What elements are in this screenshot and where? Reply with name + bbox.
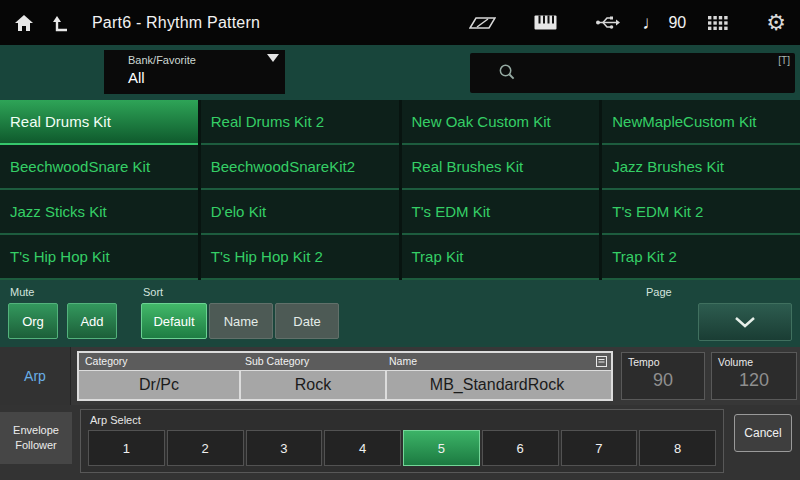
subcategory-header: Sub Category — [239, 353, 383, 370]
arp-select-panel: Arp Select 1 2 3 4 5 6 7 8 — [80, 409, 724, 473]
category-value[interactable]: Dr/Pc — [79, 371, 239, 399]
arp-select-label: Arp Select — [90, 414, 716, 426]
mute-label: Mute — [10, 286, 117, 298]
subcategory-value[interactable]: Rock — [241, 371, 385, 399]
arp-volume-value: 120 — [712, 370, 796, 391]
gear-icon[interactable]: ⚙ — [766, 12, 786, 34]
cancel-button[interactable]: Cancel — [734, 414, 792, 452]
control-bar: Mute Org Add Sort Default Name Date Page — [0, 280, 800, 347]
kit-item[interactable]: Jazz Brushes Kit — [602, 145, 800, 190]
bank-favorite-label: Bank/Favorite — [128, 54, 275, 66]
mute-group: Mute Org Add — [8, 286, 117, 339]
kit-item[interactable]: Trap Kit — [402, 235, 600, 280]
arp-table: Category Sub Category Name Dr/Pc Rock MB… — [77, 351, 613, 401]
dropdown-caret-icon — [267, 54, 279, 62]
kit-item[interactable]: BeechwoodSnareKit2 — [201, 145, 399, 190]
kit-item[interactable]: New Oak Custom Kit — [402, 100, 600, 145]
arp-select-6[interactable]: 6 — [482, 430, 559, 466]
mute-org-button[interactable]: Org — [8, 303, 58, 339]
sort-label: Sort — [143, 286, 339, 298]
arp-select-8[interactable]: 8 — [639, 430, 716, 466]
arp-select-7[interactable]: 7 — [561, 430, 638, 466]
arp-select-3[interactable]: 3 — [246, 430, 323, 466]
kit-item[interactable]: T's Hip Hop Kit — [0, 235, 198, 280]
search-input[interactable] — [525, 64, 769, 82]
page-title: Part6 - Rhythm Pattern — [92, 14, 260, 32]
arp-table-header: Category Sub Category Name — [79, 353, 611, 370]
arp-select-5[interactable]: 5 — [403, 430, 480, 466]
arp-tempo-label: Tempo — [622, 353, 704, 368]
chevron-down-icon — [734, 316, 756, 328]
envelope-follower-line2: Follower — [15, 438, 57, 453]
motion-seq-icon — [469, 15, 496, 31]
sort-name-button[interactable]: Name — [209, 303, 273, 339]
quarter-note-icon: ♩ — [642, 13, 661, 32]
page-down-button[interactable] — [698, 303, 792, 341]
bottom-bar: Envelope Follower Arp Select 1 2 3 4 5 6… — [0, 405, 800, 480]
arp-row: Arp Category Sub Category Name Dr/Pc Roc… — [0, 347, 800, 405]
home-icon[interactable] — [14, 13, 34, 33]
search-box[interactable]: [T] — [470, 53, 795, 93]
sort-date-button[interactable]: Date — [275, 303, 339, 339]
category-header: Category — [79, 353, 239, 370]
kit-item[interactable]: Trap Kit 2 — [602, 235, 800, 280]
page-label: Page — [646, 286, 792, 298]
quick-setup-grid-icon[interactable] — [708, 16, 728, 30]
usb-icon — [595, 15, 620, 30]
sort-default-button[interactable]: Default — [141, 303, 207, 339]
tempo-value: 90 — [668, 14, 686, 32]
top-bar: Part6 - Rhythm Pattern ♩ 90 — [0, 0, 800, 45]
arp-select-4[interactable]: 4 — [324, 430, 401, 466]
bank-favorite-select[interactable]: Bank/Favorite All — [104, 50, 285, 94]
text-entry-badge[interactable]: [T] — [778, 55, 790, 66]
bank-favorite-value: All — [128, 69, 275, 86]
kit-item[interactable]: T's EDM Kit — [402, 190, 600, 235]
search-icon — [498, 63, 515, 84]
arp-volume-field[interactable]: Volume 120 — [711, 352, 797, 400]
arp-select-2[interactable]: 2 — [167, 430, 244, 466]
kit-item[interactable]: BeechwoodSnare Kit — [0, 145, 198, 190]
kit-item[interactable]: Real Brushes Kit — [402, 145, 600, 190]
arp-table-values: Dr/Pc Rock MB_StandardRock — [79, 371, 611, 399]
tab-arp[interactable]: Arp — [0, 347, 71, 405]
kit-item[interactable]: Real Drums Kit 2 — [201, 100, 399, 145]
kit-item[interactable]: T's EDM Kit 2 — [602, 190, 800, 235]
name-header-label: Name — [389, 353, 417, 370]
topbar-status-icons: ♩ 90 ⚙ — [469, 12, 786, 34]
kit-item[interactable]: D'elo Kit — [201, 190, 399, 235]
mute-add-button[interactable]: Add — [67, 303, 117, 339]
page-group: Page — [644, 286, 792, 341]
kit-item[interactable]: T's Hip Hop Kit 2 — [201, 235, 399, 280]
back-icon[interactable] — [50, 13, 70, 33]
kit-item[interactable]: Real Drums Kit — [0, 100, 198, 145]
arp-select-1[interactable]: 1 — [88, 430, 165, 466]
arp-volume-label: Volume — [712, 353, 796, 368]
kit-item[interactable]: NewMapleCustom Kit — [602, 100, 800, 145]
text-edit-icon[interactable] — [596, 356, 607, 367]
kit-list: Real Drums Kit Real Drums Kit 2 New Oak … — [0, 100, 800, 280]
arp-tempo-field[interactable]: Tempo 90 — [621, 352, 705, 400]
filter-bar: Bank/Favorite All [T] — [0, 45, 800, 100]
sort-group: Sort Default Name Date — [141, 286, 339, 339]
screen: Part6 - Rhythm Pattern ♩ 90 — [0, 0, 800, 480]
envelope-follower-line1: Envelope — [13, 423, 59, 438]
name-header: Name — [383, 353, 611, 370]
tempo-display[interactable]: ♩ 90 — [642, 13, 686, 32]
envelope-follower-button[interactable]: Envelope Follower — [0, 412, 72, 464]
keyboard-icon — [534, 15, 557, 30]
arp-name-value[interactable]: MB_StandardRock — [387, 371, 611, 399]
arp-tempo-value: 90 — [622, 370, 704, 391]
kit-item[interactable]: Jazz Sticks Kit — [0, 190, 198, 235]
